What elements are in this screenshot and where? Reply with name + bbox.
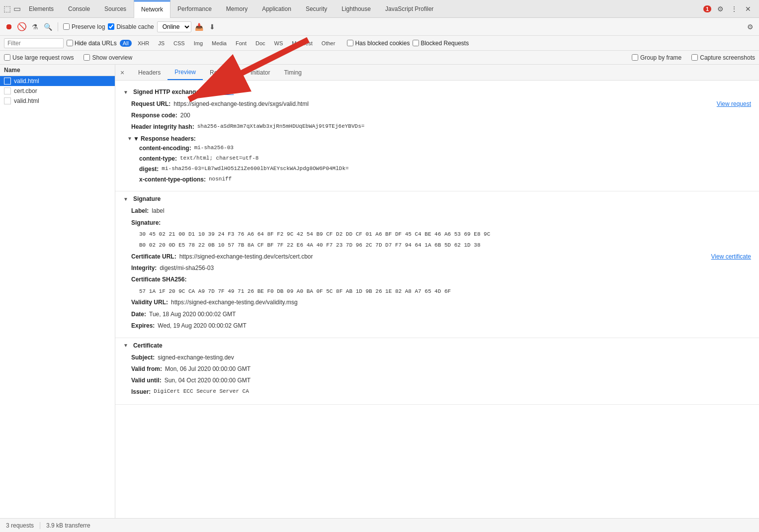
blocked-requests-label[interactable]: Blocked Requests bbox=[413, 40, 469, 47]
has-blocked-cookies-checkbox[interactable] bbox=[347, 40, 353, 46]
tab-console[interactable]: Console bbox=[61, 0, 97, 17]
x-content-type-value: nosniff bbox=[209, 175, 232, 184]
has-blocked-cookies-text: Has blocked cookies bbox=[355, 40, 410, 47]
detail-tab-timing[interactable]: Timing bbox=[277, 65, 309, 80]
request-item-2[interactable]: valid.html bbox=[0, 96, 115, 106]
digest-value: mi-sha256-03=LB7wdlHO51Z1Ze600lbYAEYsckW… bbox=[162, 165, 348, 174]
tab-security[interactable]: Security bbox=[299, 0, 335, 17]
hide-data-urls-checkbox-label[interactable]: Hide data URLs bbox=[67, 40, 117, 47]
tab-sources[interactable]: Sources bbox=[97, 0, 134, 17]
status-bar: 3 requests 3.9 kB transferre bbox=[0, 518, 759, 532]
filter-pill-js[interactable]: JS bbox=[155, 40, 168, 47]
use-large-rows-checkbox[interactable] bbox=[4, 54, 10, 61]
signature-hex-line1: 30 45 02 21 00 D1 10 39 24 F3 76 A6 64 8… bbox=[123, 229, 751, 240]
content-encoding-label: content-encoding: bbox=[139, 144, 191, 153]
tab-js-profiler[interactable]: JavaScript Profiler bbox=[378, 0, 441, 17]
request-item-name-2: valid.html bbox=[14, 97, 39, 104]
tab-application[interactable]: Application bbox=[255, 0, 299, 17]
preserve-log-checkbox[interactable] bbox=[63, 23, 70, 30]
preserve-log-checkbox-label[interactable]: Preserve log bbox=[63, 23, 105, 30]
filter-pill-font[interactable]: Font bbox=[233, 40, 250, 47]
request-item-0[interactable]: valid.html bbox=[0, 76, 115, 86]
sig-label-value: label bbox=[152, 206, 751, 216]
filter-pill-img[interactable]: Img bbox=[191, 40, 206, 47]
capture-screenshots-checkbox[interactable] bbox=[691, 54, 698, 61]
filter-pill-doc[interactable]: Doc bbox=[253, 40, 268, 47]
detail-tab-initiator[interactable]: Initiator bbox=[244, 65, 277, 80]
detail-tabs: × Headers Preview Response Initiator Tim… bbox=[115, 65, 759, 81]
detail-tab-response[interactable]: Response bbox=[203, 65, 244, 80]
subject-row: Subject: signed-exchange-testing.dev bbox=[123, 352, 751, 363]
date-row: Date: Tue, 18 Aug 2020 00:00:02 GMT bbox=[123, 309, 751, 320]
options-right: Group by frame Capture screenshots bbox=[632, 54, 755, 61]
integrity-label: Integrity: bbox=[131, 264, 157, 273]
group-by-frame-checkbox[interactable] bbox=[632, 54, 638, 61]
settings-icon[interactable]: ⚙ bbox=[715, 4, 725, 14]
issuer-label: Issuer: bbox=[131, 387, 151, 397]
use-large-rows-label[interactable]: Use large request rows bbox=[4, 54, 74, 61]
group-by-frame-label[interactable]: Group by frame bbox=[632, 54, 681, 61]
filter-input[interactable] bbox=[4, 38, 64, 48]
detail-tab-preview[interactable]: Preview bbox=[168, 65, 203, 80]
certificate-section: ▼ Certificate Subject: signed-exchange-t… bbox=[115, 338, 759, 405]
tab-performance[interactable]: Performance bbox=[170, 0, 219, 17]
filter-pill-other[interactable]: Other bbox=[319, 40, 338, 47]
response-code-value: 200 bbox=[180, 111, 751, 120]
filter-pill-all[interactable]: All bbox=[120, 40, 132, 47]
tab-lighthouse[interactable]: Lighthouse bbox=[335, 0, 378, 17]
toolbar-divider-1 bbox=[58, 22, 58, 31]
detail-content: ▼ Signed HTTP exchange Learn more Reques… bbox=[115, 81, 759, 518]
show-overview-label[interactable]: Show overview bbox=[84, 54, 132, 61]
filter-icon[interactable]: ⚗ bbox=[30, 22, 40, 32]
certificate-header: ▼ Certificate bbox=[123, 342, 751, 349]
filter-pill-media[interactable]: Media bbox=[209, 40, 230, 47]
more-icon[interactable]: ⋮ bbox=[729, 4, 739, 14]
settings-network-icon[interactable]: ⚙ bbox=[745, 22, 755, 32]
disable-cache-checkbox-label[interactable]: Disable cache bbox=[108, 23, 154, 30]
blocked-requests-checkbox[interactable] bbox=[413, 40, 419, 46]
header-integrity-label: Header integrity hash: bbox=[131, 122, 194, 132]
search-icon[interactable]: 🔍 bbox=[43, 22, 53, 32]
throttle-dropdown[interactable]: Online bbox=[157, 21, 191, 32]
export-icon[interactable]: ⬇ bbox=[207, 22, 217, 32]
inspect-icon[interactable]: ⬚ bbox=[2, 4, 12, 14]
blocked-requests-text: Blocked Requests bbox=[421, 40, 469, 47]
device-icon[interactable]: ▭ bbox=[12, 4, 22, 14]
disable-cache-checkbox[interactable] bbox=[108, 23, 114, 30]
sig-label-row: Label: label bbox=[123, 205, 751, 217]
view-certificate-link[interactable]: View certificate bbox=[711, 252, 751, 262]
header-integrity-row: Header integrity hash: sha256-aSdRm3m7qX… bbox=[123, 121, 751, 133]
filter-pill-css[interactable]: CSS bbox=[170, 40, 188, 47]
signature-title: Signature bbox=[133, 195, 161, 202]
response-code-label: Response code: bbox=[131, 111, 177, 120]
signed-http-exchange-title: Signed HTTP exchange bbox=[133, 89, 199, 95]
filter-bar: Hide data URLs All XHR JS CSS Img Media … bbox=[0, 36, 759, 51]
detail-close-button[interactable]: × bbox=[117, 68, 127, 78]
cert-url-value: https://signed-exchange-testing.dev/cert… bbox=[179, 252, 707, 262]
valid-from-row: Valid from: Mon, 06 Jul 2020 00:00:00 GM… bbox=[123, 363, 751, 375]
hide-data-urls-checkbox[interactable] bbox=[67, 40, 73, 46]
main-content: Name valid.html cert.cbor valid.html × H… bbox=[0, 65, 759, 518]
has-blocked-cookies-label[interactable]: Has blocked cookies bbox=[347, 40, 410, 47]
record-icon[interactable]: ⏺ bbox=[4, 22, 14, 32]
tab-memory[interactable]: Memory bbox=[219, 0, 255, 17]
view-request-link[interactable]: View request bbox=[717, 99, 751, 109]
close-devtools-icon[interactable]: ✕ bbox=[743, 4, 753, 14]
learn-more-link[interactable]: Learn more bbox=[203, 89, 234, 95]
request-item-1[interactable]: cert.cbor bbox=[0, 86, 115, 96]
signature-hex-line2: B0 02 20 0D E5 78 22 0B 10 57 7B 8A CF B… bbox=[123, 240, 751, 251]
detail-tab-headers[interactable]: Headers bbox=[131, 65, 168, 80]
filter-pill-ws[interactable]: WS bbox=[271, 40, 286, 47]
show-overview-checkbox[interactable] bbox=[84, 54, 90, 61]
tab-elements[interactable]: Elements bbox=[22, 0, 61, 17]
clear-icon[interactable]: 🚫 bbox=[17, 22, 27, 32]
filter-pill-xhr[interactable]: XHR bbox=[135, 40, 152, 47]
tab-network[interactable]: Network bbox=[134, 0, 170, 18]
import-icon[interactable]: 📥 bbox=[194, 22, 204, 32]
expires-label: Expires: bbox=[131, 321, 155, 331]
collapse-triangle-1: ▼ bbox=[123, 89, 128, 95]
response-headers-subheader: ▼ ▼ Response headers: bbox=[123, 133, 751, 143]
filter-pill-manifest[interactable]: Manifest bbox=[289, 40, 316, 47]
capture-screenshots-label[interactable]: Capture screenshots bbox=[691, 54, 755, 61]
collapse-triangle-cert: ▼ bbox=[123, 343, 128, 348]
